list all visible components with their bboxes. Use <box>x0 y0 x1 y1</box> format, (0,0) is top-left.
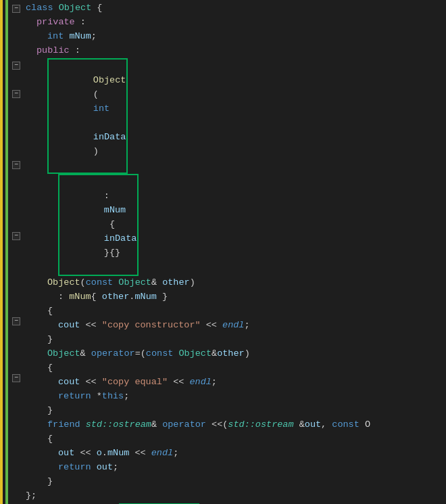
fold-space-9 <box>9 115 23 129</box>
var-o: o <box>97 446 102 461</box>
code-line-14: cout << "copy equal" << endl ; <box>26 375 446 390</box>
fn-mnum: mNum <box>69 290 91 304</box>
var-other3: other <box>217 347 245 361</box>
var-cout2: cout <box>58 375 80 390</box>
space <box>53 1 59 16</box>
type-object4: Object <box>178 347 212 361</box>
fold-space-20 <box>9 271 23 285</box>
keyword-class: class <box>26 1 53 16</box>
fold-space-22 <box>9 300 23 314</box>
fold-space-21 <box>9 285 23 300</box>
code-line-5: Object ( int inData ) <box>26 58 446 174</box>
code-line-1: class Object { <box>26 1 446 16</box>
space: * <box>91 390 102 404</box>
fold-space-28 <box>9 385 23 399</box>
type-object2: Object <box>118 276 151 290</box>
fold-marker-17[interactable]: − <box>9 229 23 243</box>
code-line-17: friend std::ostream & operator <<( std::… <box>26 418 446 432</box>
dot: . <box>102 446 107 461</box>
keyword-friend: friend <box>47 418 80 432</box>
fn-object: Object <box>93 75 126 85</box>
brace-close: } <box>47 404 53 418</box>
fold-space-3 <box>9 30 23 44</box>
type-ostream2: std::ostream <box>228 418 293 432</box>
var-indata: inData <box>93 132 126 142</box>
keyword-int: int <box>47 30 64 44</box>
code-line-3: int mNum ; <box>26 30 446 44</box>
endl-1: endl <box>222 319 244 333</box>
code-editor: − − − − − − <box>0 0 446 504</box>
fold-marker-27[interactable]: − <box>9 371 23 385</box>
brace-close: }{} <box>104 248 120 258</box>
ref: & <box>80 347 91 361</box>
type-object: Object <box>59 1 92 16</box>
keyword-private: private <box>36 16 75 30</box>
var-out2: out <box>58 446 74 461</box>
code-line-22: }; <box>26 489 446 503</box>
fold-marker-12[interactable]: − <box>9 158 23 172</box>
fold-marker-7[interactable]: − <box>9 87 23 101</box>
op: << <box>74 446 96 461</box>
code-line-2: private : <box>26 16 446 30</box>
keyword-const3: const <box>332 418 360 432</box>
colon: : <box>70 44 80 58</box>
brace: { <box>91 290 102 304</box>
ref: & <box>151 418 162 432</box>
str-copy-constructor: "copy constructor" <box>102 319 201 333</box>
comma: , <box>321 418 332 432</box>
space: { <box>104 219 115 229</box>
str-copy-equal: "copy equal" <box>102 375 168 390</box>
fold-space-15 <box>9 200 23 214</box>
class-close: }; <box>26 489 36 503</box>
op-eq: =( <box>135 347 146 361</box>
code-line-16: } <box>26 404 446 418</box>
code-line-4: public : <box>26 44 446 58</box>
fold-marker-5[interactable]: − <box>9 58 23 72</box>
brace-close: } <box>47 333 53 347</box>
code-line-19: out << o . mNum << endl ; <box>26 446 446 461</box>
brace-open: { <box>47 361 53 375</box>
fold-space-16 <box>9 214 23 229</box>
colon-init: : <box>104 191 115 201</box>
keyword-this: this <box>102 390 124 404</box>
keyword-return: return <box>58 390 91 404</box>
code-line-9: { <box>26 304 446 319</box>
fold-space-19 <box>9 257 23 271</box>
space <box>93 118 99 128</box>
fold-marker-23[interactable]: − <box>9 314 23 328</box>
code-line-15: return * this ; <box>26 390 446 404</box>
brace: { <box>91 1 102 16</box>
keyword-operator2: operator <box>162 418 206 432</box>
fold-space-30 <box>9 413 23 428</box>
fold-space-10 <box>9 129 23 143</box>
colon: : <box>58 290 69 304</box>
fold-space-18 <box>9 243 23 257</box>
var-other2: other <box>102 290 130 304</box>
brace-close: } <box>157 290 168 304</box>
fold-space-8 <box>9 101 23 115</box>
var-cout: cout <box>58 319 80 333</box>
space <box>173 347 178 361</box>
semicolon: ; <box>124 390 129 404</box>
keyword-int-param: int <box>93 104 109 114</box>
code-line-21: } <box>26 475 446 489</box>
code-line-10: cout << "copy constructor" << endl ; <box>26 319 446 333</box>
code-line-13: { <box>26 361 446 375</box>
var-other: other <box>162 276 190 290</box>
fold-space-26 <box>9 357 23 371</box>
space <box>113 276 118 290</box>
paren-open: ( <box>93 89 99 99</box>
fold-space-2 <box>9 16 23 30</box>
brace-open: { <box>47 304 53 319</box>
space <box>80 418 86 432</box>
fold-space-4 <box>9 44 23 58</box>
code-line-12: Object & operator =( const Object & othe… <box>26 347 446 361</box>
fold-marker-1[interactable]: − <box>9 1 23 16</box>
yellow-bar <box>0 0 5 504</box>
fold-space-11 <box>9 143 23 158</box>
fold-space-24 <box>9 328 23 342</box>
fold-space-6 <box>9 72 23 87</box>
semicolon: ; <box>91 30 97 44</box>
paren-close: ) <box>245 347 250 361</box>
type-ostream: std::ostream <box>86 418 151 432</box>
